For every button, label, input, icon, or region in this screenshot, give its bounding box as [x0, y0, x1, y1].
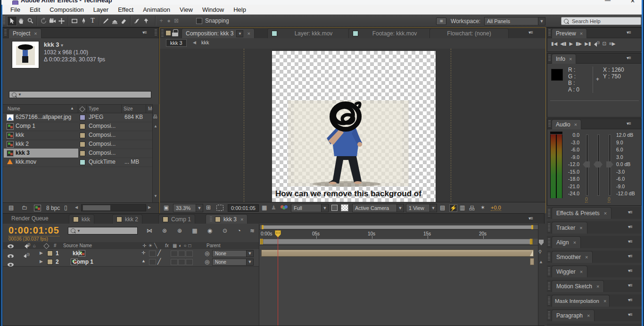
play-button[interactable]: ▶ [569, 41, 573, 46]
close-icon[interactable]: × [574, 120, 577, 129]
new-composition-icon[interactable] [34, 205, 41, 211]
table-row[interactable]: kkk.mov QuickTime ... MB [3, 158, 152, 167]
always-preview-icon[interactable]: ▣ [164, 204, 169, 211]
panel-menu-icon[interactable]: ▾≡ [628, 239, 632, 244]
viewer-timecode[interactable]: 0:00:01:05 [228, 204, 259, 212]
timeline-timecode[interactable]: 0:00:01:05 [8, 225, 59, 236]
layer-bar-2-partial[interactable] [530, 258, 534, 265]
zoom-tool[interactable] [26, 17, 35, 25]
panel-gripper[interactable] [161, 29, 164, 37]
safe-zones-icon[interactable]: ⊞ [206, 204, 211, 211]
quality-switch-icon[interactable]: ╱ [157, 250, 161, 256]
time-navigator-track[interactable] [259, 225, 538, 230]
panel-gripper[interactable] [548, 209, 550, 217]
viewer-viewport[interactable]: How can we remove this backgroud of laye… [160, 49, 545, 202]
close-icon[interactable]: × [573, 237, 576, 248]
audio-level-value-left[interactable]: 0 [585, 197, 588, 202]
close-icon[interactable]: × [587, 310, 590, 321]
tab-smoother[interactable]: Smoother× [552, 251, 593, 263]
motion-blur-icon[interactable]: ◉ [205, 227, 215, 234]
tab-composition[interactable]: Composition: kkk 3 ▼ × [182, 28, 255, 38]
menu-window[interactable]: Window [198, 6, 229, 13]
hscroll-right-icon[interactable]: ▶ [148, 205, 151, 209]
new-folder-icon[interactable]: 🗀 [22, 204, 27, 211]
mini-flowchart-icon[interactable]: ⋈ [144, 227, 155, 234]
menu-help[interactable]: Help [229, 6, 251, 13]
tab-timeline-kkk2[interactable]: kkk 2 [112, 214, 142, 224]
comp-label-swatch[interactable] [165, 30, 171, 36]
snapping-checkbox[interactable] [196, 18, 202, 24]
tab-footage[interactable]: Footage: kkk.mov [348, 28, 432, 38]
scroll-down-icon[interactable]: ▼ [154, 194, 157, 198]
panel-gripper[interactable] [548, 282, 550, 290]
rectangle-tool[interactable] [70, 17, 79, 25]
panel-menu-icon[interactable]: ▾≡ [528, 30, 533, 35]
layer-label-swatch[interactable] [47, 251, 53, 256]
scroll-up-icon[interactable]: ▲ [154, 124, 157, 128]
panel-gripper[interactable] [548, 224, 550, 231]
comp-flowchart-icon[interactable]: 品 [469, 204, 475, 212]
pan-behind-tool[interactable] [57, 17, 66, 25]
tab-paragraph[interactable]: Paragraph× [552, 309, 594, 321]
layer-audio-toggle[interactable] [24, 253, 29, 258]
panel-menu-icon[interactable]: ▾≡ [628, 283, 632, 288]
tab-timeline-comp1[interactable]: Comp 1 [158, 214, 195, 224]
tab-wiggler[interactable]: Wiggler× [552, 266, 587, 277]
resolution-dropdown[interactable]: Full ▼ [291, 204, 329, 212]
panel-gripper[interactable] [155, 29, 157, 36]
layer-switch-box[interactable] [149, 251, 156, 257]
snapshot-camera-icon[interactable]: ▦ [262, 204, 267, 211]
close-icon[interactable]: × [580, 266, 583, 277]
playhead-line[interactable] [278, 230, 278, 326]
roto-brush-tool[interactable] [132, 17, 141, 25]
close-icon[interactable]: × [580, 29, 583, 38]
tab-preview[interactable]: Preview × [552, 28, 587, 38]
tab-timeline-kkk3-active[interactable]: kkk 3 × [206, 214, 248, 224]
layer-expander-icon[interactable]: ▶ [40, 259, 43, 264]
anchor-switch-icon[interactable]: ✛ [141, 250, 145, 255]
ram-preview-button[interactable]: ≡▶ [609, 41, 616, 46]
slider-handle-right[interactable] [606, 161, 613, 167]
source-name-column[interactable]: Source Name [63, 243, 92, 248]
hide-shy-layers-icon[interactable]: ⊕ [174, 227, 185, 234]
menu-animation[interactable]: Animation [138, 6, 175, 13]
close-icon[interactable]: × [604, 208, 607, 219]
label-swatch[interactable] [80, 142, 85, 147]
scroll-up-icon[interactable]: ▲ [539, 259, 543, 264]
layer-name[interactable]: Comp 1 [73, 259, 93, 265]
tab-layer[interactable]: Layer: kkk.mov [267, 28, 351, 38]
tab-flowchart[interactable]: Flowchart: (none) [429, 28, 509, 38]
chevron-down-icon[interactable]: ▼ [236, 30, 243, 37]
tab-project[interactable]: Project × [8, 28, 41, 38]
tab-motion-sketch[interactable]: Motion Sketch× [552, 280, 604, 292]
panel-menu-icon[interactable]: ▾≡ [627, 121, 631, 126]
eraser-tool[interactable] [119, 17, 128, 25]
audio-level-value-right[interactable]: 0 [608, 197, 611, 202]
close-icon[interactable]: × [569, 54, 572, 64]
work-area-start-bracket[interactable] [260, 239, 263, 244]
draft-3d-icon[interactable]: ⊛ [159, 227, 170, 234]
panel-menu-icon[interactable]: ▾≡ [628, 268, 632, 273]
comp-marker-bin-icon[interactable] [539, 240, 544, 245]
parent-dropdown[interactable]: None ▼ [212, 250, 254, 257]
menu-effect[interactable]: Effect [113, 6, 138, 13]
panel-menu-icon[interactable]: ▾≡ [142, 30, 147, 35]
bit-depth-label[interactable]: 8 bpc [46, 205, 60, 211]
audio-mute-button[interactable] [594, 41, 600, 46]
roi-toggle-icon[interactable] [331, 205, 338, 211]
close-icon[interactable]: × [579, 222, 582, 234]
close-icon[interactable]: × [247, 29, 250, 38]
show-snapshot-icon[interactable]: ♟ [271, 204, 276, 211]
next-frame-button[interactable]: ▮▶ [576, 41, 582, 46]
close-button[interactable]: ✕ [630, 0, 635, 4]
menu-layer[interactable]: Layer [89, 6, 114, 13]
panel-gripper[interactable] [4, 29, 7, 36]
view-axis-mode-icon[interactable]: ⊠ [173, 17, 180, 24]
label-swatch[interactable] [80, 124, 85, 129]
transparency-grid-icon[interactable] [341, 204, 348, 211]
world-axis-mode-icon[interactable]: ● [165, 17, 173, 24]
panel-gripper[interactable] [548, 29, 551, 36]
close-icon[interactable]: × [603, 295, 606, 307]
table-row[interactable]: Comp 1 Composi... [3, 122, 152, 131]
timeline-button-icon[interactable]: ▥ [460, 204, 465, 211]
